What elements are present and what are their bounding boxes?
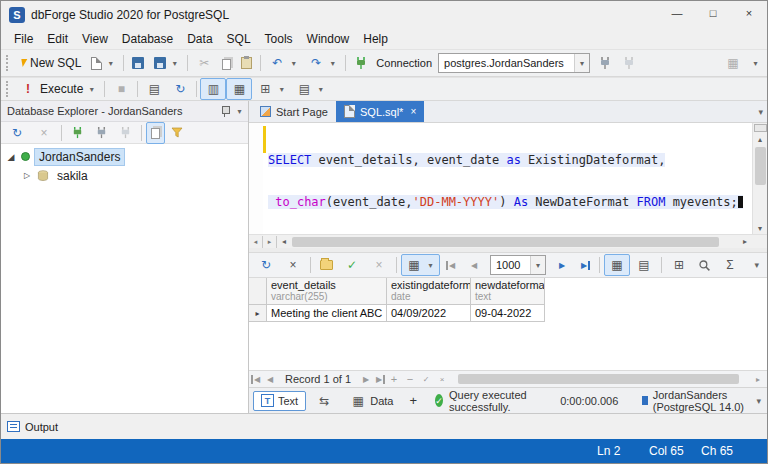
results-layout-toggle[interactable]: ▥ (200, 78, 226, 100)
menu-view[interactable]: View (75, 29, 115, 49)
column-header[interactable]: newdateformat text (471, 278, 545, 305)
tab-data-view[interactable]: ▦ Data (342, 391, 401, 411)
menu-database[interactable]: Database (115, 29, 180, 49)
scroll-down-icon[interactable]: ▾ (758, 222, 762, 234)
tab-list-chevron-icon[interactable]: ▾ (758, 107, 767, 117)
compare-button[interactable]: ▦ (720, 52, 746, 74)
menu-help[interactable]: Help (356, 29, 395, 49)
page-size-dropdown-button[interactable]: ▾ (530, 256, 545, 274)
pin-icon[interactable] (220, 105, 230, 117)
new-connection-button[interactable] (66, 122, 89, 144)
menu-tools[interactable]: Tools (258, 29, 300, 49)
cut-button[interactable]: ✂ (191, 52, 217, 74)
connect-button[interactable] (593, 52, 617, 74)
splitter-grip-icon[interactable]: ▸ (263, 236, 277, 248)
close-button[interactable]: × (731, 1, 767, 25)
stop-button[interactable]: ■ (108, 78, 134, 100)
delete-button[interactable]: × (31, 122, 57, 144)
refresh-results-button[interactable]: ↻ (253, 254, 279, 276)
expander-icon[interactable]: ◢ (5, 152, 17, 162)
status-chevron-icon[interactable]: ▾ (756, 396, 763, 406)
cancel-button[interactable]: × (280, 254, 306, 276)
column-header[interactable]: event_details varchar(255) (267, 278, 387, 305)
pivot-button[interactable]: ⊞ (666, 254, 692, 276)
tab-sql-document[interactable]: SQL.sql* × (336, 101, 424, 122)
output-panel-bar[interactable]: Output (1, 413, 767, 439)
grid-cell[interactable]: 04/09/2022 (387, 305, 471, 322)
execute-button[interactable]: ! Execute ▾ (15, 78, 101, 100)
group-objects-toggle[interactable] (146, 122, 165, 144)
filter-button[interactable] (166, 122, 188, 144)
cancel-edit-icon[interactable]: × (435, 375, 449, 384)
scroll-up-icon[interactable]: ▴ (758, 133, 762, 145)
new-document-dropdown[interactable]: ▾ (86, 52, 120, 74)
next-record-icon[interactable]: ▶ (359, 375, 373, 384)
grid-cell[interactable]: 09-04-2022 (471, 305, 545, 322)
paste-button[interactable] (236, 52, 257, 74)
refresh-button[interactable]: ↻ (4, 122, 30, 144)
menu-sql[interactable]: SQL (220, 29, 258, 49)
toolbar-grip[interactable] (6, 81, 11, 97)
rollback-button[interactable]: × (366, 254, 392, 276)
menu-edit[interactable]: Edit (40, 29, 75, 49)
minimize-button[interactable]: — (659, 1, 695, 25)
new-connection-button[interactable] (349, 52, 373, 74)
expander-icon[interactable]: ▷ (21, 171, 33, 180)
scroll-left-icon[interactable]: ◂ (277, 237, 291, 246)
grid-cell[interactable]: Meeting the client ABC (267, 305, 387, 322)
redo-button[interactable]: ↷▾ (303, 52, 342, 74)
editor-vertical-scrollbar[interactable]: ▴ ▾ (752, 123, 767, 234)
copy-button[interactable] (217, 52, 236, 74)
editor-split-handle[interactable] (754, 124, 767, 132)
splitter-grip-icon[interactable]: ◂ (249, 236, 263, 248)
next-page-button[interactable]: ▶ (550, 254, 574, 276)
tree-node-label[interactable]: JordanSanders (34, 148, 125, 166)
scroll-right-icon[interactable]: ▸ (738, 237, 752, 246)
previous-page-button[interactable]: ◀ (462, 254, 486, 276)
undo-button[interactable]: ↶▾ (264, 52, 303, 74)
tab-group-button[interactable]: ⊞▾ (252, 78, 291, 100)
window-layout-button[interactable]: ▤▾ (291, 78, 330, 100)
tree-node-database[interactable]: ▷ sakila (1, 166, 248, 185)
maximize-button[interactable]: □ (695, 1, 731, 25)
scrollbar-thumb[interactable] (292, 237, 719, 247)
tree-node-label[interactable]: sakila (53, 168, 92, 184)
disconnect-button[interactable] (617, 52, 641, 74)
grid-hscroll-track[interactable] (457, 373, 749, 385)
first-record-icon[interactable]: ◀ (251, 375, 261, 384)
scrollbar-thumb[interactable] (755, 147, 766, 185)
toolbar-options-button[interactable]: ▾ (746, 52, 765, 74)
menu-window[interactable]: Window (300, 29, 357, 49)
query-history-button[interactable]: ↻ (167, 78, 193, 100)
append-record-icon[interactable]: + (387, 373, 401, 385)
editor-horizontal-scrollbar[interactable]: ◂ ▸ ◂ ▸ (249, 234, 767, 248)
grid-view-toggle[interactable]: ▦ (604, 254, 630, 276)
swap-views-button[interactable]: ⇆ (308, 391, 340, 411)
aggregates-button[interactable]: Σ (717, 254, 743, 276)
export-data-button[interactable] (315, 254, 338, 276)
disconnect-button[interactable] (114, 122, 137, 144)
tree-node-connection[interactable]: ◢ JordanSanders (1, 147, 248, 166)
toolbar-grip[interactable] (6, 55, 11, 71)
tab-close-icon[interactable]: × (410, 106, 416, 117)
new-sql-button[interactable]: New SQL (15, 52, 86, 74)
save-all-button[interactable]: ▾ (149, 52, 184, 74)
results-position-toggle[interactable]: ▦ (226, 78, 252, 100)
commit-button[interactable]: ✓ (339, 254, 365, 276)
results-toolbar-overflow-icon[interactable]: ▾ (754, 260, 763, 270)
scroll-right-icon[interactable]: ▸ (751, 375, 765, 384)
last-record-icon[interactable]: ▶ (375, 375, 385, 384)
column-header[interactable]: existingdateformat date (387, 278, 471, 305)
menu-file[interactable]: File (7, 29, 40, 49)
panel-menu-icon[interactable]: ▾ (235, 107, 244, 116)
add-view-button[interactable]: + (403, 391, 423, 411)
tab-start-page[interactable]: Start Page (252, 101, 336, 122)
scrollbar-thumb[interactable] (458, 374, 739, 384)
paging-mode-toggle[interactable]: ▦▾ (401, 254, 440, 276)
find-button[interactable] (693, 254, 716, 276)
row-marker-icon[interactable]: ▸ (249, 305, 267, 322)
menu-data[interactable]: Data (180, 29, 219, 49)
tab-text-view[interactable]: T Text (253, 391, 306, 411)
connection-dropdown-button[interactable]: ▾ (574, 54, 589, 72)
previous-record-icon[interactable]: ◀ (263, 375, 277, 384)
